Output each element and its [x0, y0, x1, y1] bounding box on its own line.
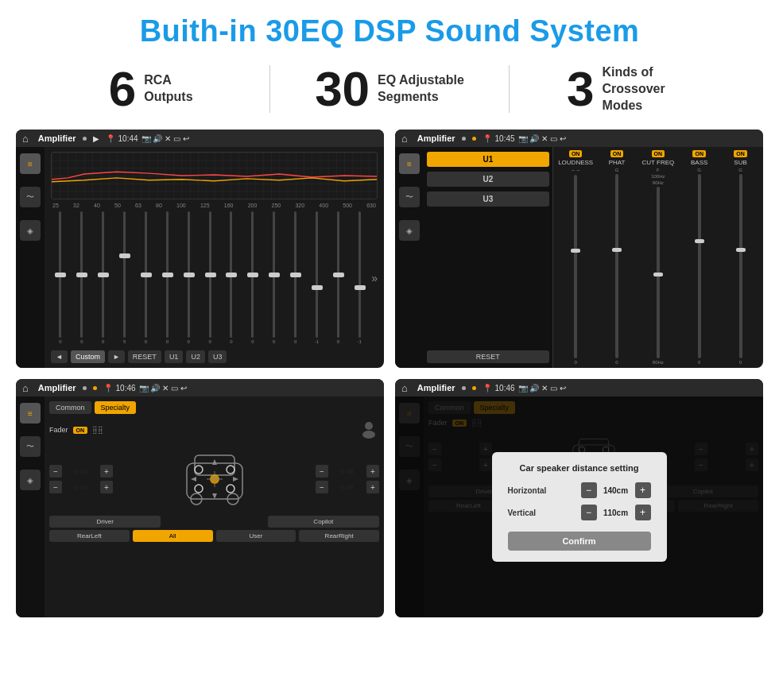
eq-custom-btn[interactable]: Custom [71, 350, 105, 363]
eq-u2-btn[interactable]: U2 [186, 350, 205, 363]
amp-preset-u1[interactable]: U1 [427, 152, 549, 167]
cross-tab-specialty[interactable]: Specialty [95, 401, 137, 414]
fader-label: Fader [49, 426, 68, 434]
horizontal-minus-btn[interactable]: − [581, 482, 597, 498]
btn-rearleft[interactable]: RearLeft [49, 530, 130, 542]
eq-slider-4[interactable]: 5 [115, 211, 134, 344]
stat-divider-1 [269, 65, 270, 113]
btn-all[interactable]: All [133, 530, 213, 542]
cross-sidebar-icon-1[interactable]: ≡ [20, 403, 41, 423]
eq-sliders: 0 0 0 5 0 0 0 0 0 0 0 0 -1 0 -1 » [51, 211, 378, 347]
amp-reset-btn[interactable]: RESET [427, 350, 549, 363]
screen-top-left: ⌂ Amplifier ▶ 📍 10:44 📷 🔊 ✕ ▭ ↩ ≡ 〜 ◈ [16, 130, 384, 368]
btn-driver[interactable]: Driver [49, 516, 161, 528]
dialog-label-vertical: Vertical [508, 509, 556, 517]
left-db-controls: − 0 dB + − 0 dB + [49, 465, 113, 493]
home-icon-bl[interactable]: ⌂ [22, 382, 29, 394]
eq-slider-6[interactable]: 0 [157, 211, 176, 344]
amp-sidebar-icon-2[interactable]: 〜 [399, 187, 420, 207]
eq-slider-15[interactable]: -1 [350, 211, 369, 344]
eq-reset-btn[interactable]: RESET [128, 350, 161, 363]
eq-slider-2[interactable]: 0 [72, 211, 91, 344]
status-icons-bl: 📍 10:46 📷 🔊 ✕ ▭ ↩ [103, 384, 187, 393]
eq-slider-1[interactable]: 0 [51, 211, 70, 344]
stat-number-30: 30 [315, 64, 370, 114]
eq-next-btn[interactable]: ► [108, 350, 125, 363]
eq-slider-13[interactable]: -1 [308, 211, 327, 344]
eq-slider-3[interactable]: 0 [94, 211, 113, 344]
btn-rearright[interactable]: RearRight [299, 530, 379, 542]
btn-user[interactable]: User [216, 530, 296, 542]
stat-divider-2 [509, 65, 510, 113]
app-title-br: Amplifier [417, 383, 455, 393]
left-front-minus[interactable]: − [49, 465, 62, 478]
left-front-plus[interactable]: + [100, 465, 113, 478]
app-title-tr: Amplifier [417, 133, 455, 143]
status-bar-tr: ⌂ Amplifier 📍 10:45 📷 🔊 ✕ ▭ ↩ [395, 130, 763, 147]
eq-slider-8[interactable]: 0 [200, 211, 219, 344]
amp-sidebar-icon-1[interactable]: ≡ [399, 153, 420, 174]
dialog-stepper-horizontal[interactable]: − 140cm + [581, 482, 651, 498]
status-icons-br: 📍 10:46 📷 🔊 ✕ ▭ ↩ [483, 384, 566, 393]
cross-sidebar-icon-3[interactable]: ◈ [20, 470, 41, 490]
screens-grid: ⌂ Amplifier ▶ 📍 10:44 📷 🔊 ✕ ▭ ↩ ≡ 〜 ◈ [0, 125, 779, 625]
app-title-bl: Amplifier [38, 383, 76, 393]
eq-slider-5[interactable]: 0 [137, 211, 156, 344]
right-front-minus[interactable]: − [316, 465, 328, 478]
car-diagram [119, 447, 309, 511]
eq-graph [51, 152, 378, 199]
cross-bottom-buttons-2: RearLeft All User RearRight [49, 530, 379, 542]
cross-tab-common[interactable]: Common [49, 401, 91, 414]
eq-slider-7[interactable]: 0 [179, 211, 198, 344]
svg-marker-14 [212, 459, 217, 465]
eq-sidebar: ≡ 〜 ◈ [16, 147, 45, 368]
vertical-plus-btn[interactable]: + [635, 505, 651, 520]
eq-u3-btn[interactable]: U3 [208, 350, 227, 363]
left-rear-plus[interactable]: + [100, 481, 113, 493]
vertical-minus-btn[interactable]: − [581, 505, 597, 520]
stat-label-rca: RCAOutputs [144, 72, 192, 106]
eq-sidebar-icon-3[interactable]: ◈ [20, 220, 41, 241]
right-rear-minus[interactable]: − [316, 481, 328, 493]
btn-copilot[interactable]: Copilot [268, 516, 379, 528]
svg-rect-0 [52, 153, 377, 199]
eq-slider-10[interactable]: 0 [243, 211, 262, 344]
status-dot-bl1 [83, 386, 87, 390]
user-icon [358, 419, 379, 439]
stat-label-eq: EQ AdjustableSegments [378, 72, 464, 106]
eq-sidebar-icon-2[interactable]: 〜 [20, 187, 41, 207]
eq-slider-11[interactable]: 0 [265, 211, 284, 344]
amp-preset-u2[interactable]: U2 [427, 172, 549, 187]
right-rear-plus[interactable]: + [366, 481, 379, 493]
dialog-label-horizontal: Horizontal [508, 486, 556, 495]
svg-marker-16 [191, 477, 196, 481]
home-icon-tl[interactable]: ⌂ [22, 133, 29, 145]
left-rear-minus[interactable]: − [49, 481, 62, 493]
dialog-stepper-vertical[interactable]: − 110cm + [581, 505, 651, 520]
eq-slider-9[interactable]: 0 [222, 211, 241, 344]
dialog-overlay: Car speaker distance setting Horizontal … [395, 396, 763, 617]
stat-crossover: 3 Kinds ofCrossover Modes [525, 64, 731, 114]
eq-expand-icon[interactable]: » [371, 272, 378, 284]
fader-on-badge[interactable]: ON [73, 427, 88, 434]
amp-sidebar-icon-3[interactable]: ◈ [399, 220, 420, 241]
stat-label-crossover: Kinds ofCrossover Modes [603, 64, 690, 114]
eq-bottom-bar: ◄ Custom ► RESET U1 U2 U3 [51, 350, 378, 363]
eq-sidebar-icon-1[interactable]: ≡ [20, 153, 41, 174]
amp-channel-loudness: ON LOUDNESS ~~ 0 [556, 150, 595, 365]
amp-channel-phat: ON PHAT G 0 [598, 150, 637, 365]
eq-prev-btn[interactable]: ◄ [51, 350, 68, 363]
dialog-confirm-btn[interactable]: Confirm [508, 532, 651, 551]
home-icon-tr[interactable]: ⌂ [401, 133, 408, 145]
eq-slider-12[interactable]: 0 [286, 211, 305, 344]
play-icon-tl[interactable]: ▶ [93, 134, 99, 143]
eq-u1-btn[interactable]: U1 [165, 350, 184, 363]
right-front-plus[interactable]: + [366, 465, 379, 478]
home-icon-br[interactable]: ⌂ [401, 382, 408, 394]
eq-slider-14[interactable]: 0 [328, 211, 347, 344]
cross-sidebar-icon-2[interactable]: 〜 [20, 436, 41, 457]
amp-preset-u3[interactable]: U3 [427, 191, 549, 207]
status-bar-tl: ⌂ Amplifier ▶ 📍 10:44 📷 🔊 ✕ ▭ ↩ [16, 130, 384, 147]
status-dot-tr2 [472, 137, 476, 141]
horizontal-plus-btn[interactable]: + [635, 482, 651, 498]
